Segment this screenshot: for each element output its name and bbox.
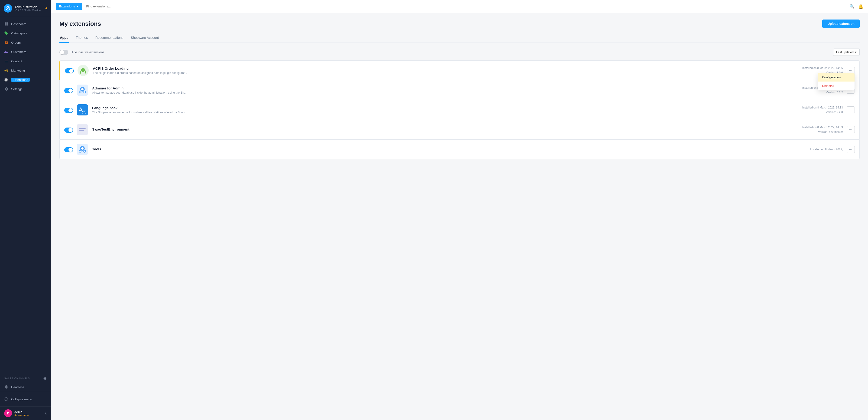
sidebar: Administration v6.4.8.1 Stable Version D… [0, 0, 51, 420]
toggle-btn-adminer-for-admin[interactable] [64, 88, 73, 93]
extension-card-adminer-for-admin: Adminer for Admin Allows to manage your … [59, 80, 860, 100]
ext-name-acris-order-loading: ACRIS Order Loading [93, 66, 802, 71]
ext-menu-btn-swag-test-environment[interactable]: ··· [847, 126, 855, 133]
ext-menu-btn-language-pack[interactable]: ··· [847, 106, 855, 113]
svg-point-21 [84, 150, 85, 152]
chevron-down-icon: ▼ [76, 5, 79, 8]
collapse-menu-item[interactable]: Collapse menu [0, 395, 51, 403]
ext-logo-adminer-for-admin [77, 85, 88, 96]
user-chevron-icon: ∧ [44, 412, 47, 415]
content-area: My extensions Upload extension Apps Them… [51, 13, 868, 420]
sort-label: Last updated [836, 50, 854, 54]
ext-meta-tools: Installed on 8 March 2022, [810, 147, 843, 152]
app-name: Administration [14, 5, 41, 9]
ext-name-language-pack: Language pack [92, 106, 802, 110]
megaphone-icon [4, 68, 8, 73]
page-header: My extensions Upload extension [59, 20, 860, 28]
svg-point-19 [81, 147, 84, 149]
main-content: Extensions ▼ 🔍 🔔 My extensions Upload ex… [51, 0, 868, 420]
sidebar-item-label: Orders [11, 41, 21, 45]
headless-label: Headless [11, 385, 24, 389]
ext-toggle-tools[interactable] [64, 147, 73, 152]
sidebar-item-catalogues[interactable]: Catalogues [0, 29, 51, 38]
svg-point-6 [81, 88, 84, 90]
ext-version-adminer-for-admin: Version: 0.3.2 [802, 90, 843, 95]
extensions-dropdown-btn[interactable]: Extensions ▼ [56, 3, 82, 10]
tag-icon [4, 31, 8, 35]
notification-bell-icon[interactable]: 🔔 [858, 4, 863, 9]
sort-dropdown[interactable]: Last updated ▾ [833, 49, 860, 56]
ext-toggle-acris-order-loading[interactable] [65, 67, 74, 74]
content-icon [4, 59, 8, 63]
ext-info-adminer-for-admin: Adminer for Admin Allows to manage your … [92, 86, 802, 94]
toggle-btn-language-pack[interactable] [64, 108, 73, 113]
ext-logo-tools [77, 144, 88, 155]
sidebar-item-label: Catalogues [11, 32, 27, 35]
ext-name-tools: Tools [92, 147, 810, 151]
grid-icon [4, 22, 8, 26]
context-menu-config[interactable]: Configuration [818, 73, 855, 82]
svg-rect-14 [79, 130, 84, 131]
user-section[interactable]: D demo Administrator ∧ [0, 406, 51, 420]
svg-point-7 [80, 91, 81, 93]
tab-recommendations[interactable]: Recommendations [95, 33, 124, 43]
app-logo [4, 4, 12, 12]
toggle-btn-tools[interactable] [64, 147, 73, 152]
sidebar-item-extensions[interactable]: Extensions [0, 75, 51, 84]
ext-version-language-pack: Version: 2.2.0 [802, 110, 843, 114]
add-sales-channel-icon[interactable]: ⊕ [43, 376, 47, 381]
app-version: v6.4.8.1 Stable Version [14, 9, 41, 11]
ext-info-language-pack: Language pack The Shopware language pack… [92, 106, 802, 114]
gear-icon [4, 87, 8, 91]
chevron-down-icon: ▾ [855, 50, 857, 54]
ext-toggle-language-pack[interactable] [64, 107, 73, 113]
collapse-icon [4, 397, 8, 401]
hide-inactive-label: Hide inactive extensions [70, 50, 104, 54]
avatar: D [4, 409, 12, 417]
sidebar-item-headless[interactable]: Headless [0, 382, 51, 392]
ext-logo-swag-test-environment [77, 124, 88, 135]
search-input[interactable] [84, 5, 847, 8]
ext-installed-acris-order-loading: Installed on 8 March 2022, 14:35 [802, 66, 843, 71]
sidebar-item-label: Customers [11, 50, 26, 54]
ext-meta-language-pack: Installed on 8 March 2022, 14:33 Version… [802, 105, 843, 115]
ext-toggle-adminer-for-admin[interactable] [64, 87, 73, 93]
sidebar-item-orders[interactable]: Orders [0, 38, 51, 47]
upload-extension-button[interactable]: Upload extension [822, 20, 860, 28]
sales-channels-section: Sales Channels ⊕ [0, 372, 51, 382]
sidebar-nav: Dashboard Catalogues Orders Customers Co… [0, 17, 51, 372]
sidebar-item-settings[interactable]: Settings [0, 84, 51, 94]
sidebar-item-label: Dashboard [11, 22, 27, 26]
headless-icon [4, 385, 8, 389]
ext-desc-language-pack: The Shopware language pack combines all … [92, 111, 204, 114]
sidebar-item-dashboard[interactable]: Dashboard [0, 19, 51, 29]
topbar: Extensions ▼ 🔍 🔔 [51, 0, 868, 13]
ext-meta-swag-test-environment: Installed on 8 March 2022, 14:33 Version… [802, 125, 843, 135]
extension-list: ACRIS Order Loading The plugin loads old… [59, 60, 860, 159]
ext-menu-btn-tools[interactable]: ··· [847, 146, 855, 153]
svg-point-20 [80, 150, 81, 152]
tab-themes[interactable]: Themes [75, 33, 88, 43]
toggle-btn-swag-test-environment[interactable] [64, 128, 73, 133]
toggle-btn-acris-order-loading[interactable] [65, 68, 74, 74]
context-menu-uninstall[interactable]: Uninstall [818, 82, 855, 90]
ext-info-tools: Tools [92, 147, 810, 152]
sidebar-item-marketing[interactable]: Marketing [0, 66, 51, 75]
tab-shopware-account[interactable]: Shopware Account [130, 33, 159, 43]
hide-inactive-toggle[interactable] [59, 50, 68, 55]
ext-installed-swag-test-environment: Installed on 8 March 2022, 14:33 [802, 125, 843, 130]
search-icon[interactable]: 🔍 [849, 4, 855, 9]
sidebar-footer: Collapse menu [0, 392, 51, 406]
ext-name-swag-test-environment: SwagTestEnvironment [92, 127, 802, 131]
svg-text:文: 文 [82, 109, 86, 114]
ext-toggle-swag-test-environment[interactable] [64, 127, 73, 133]
hide-inactive-toggle-wrap: Hide inactive extensions [59, 50, 104, 55]
sidebar-item-content[interactable]: Content [0, 56, 51, 66]
sidebar-item-customers[interactable]: Customers [0, 47, 51, 56]
svg-rect-12 [77, 124, 88, 135]
ext-logo-acris-order-loading [78, 65, 89, 76]
user-role: Administrator [14, 414, 29, 417]
page-title: My extensions [59, 20, 101, 27]
tab-apps[interactable]: Apps [59, 33, 69, 43]
ext-installed-tools: Installed on 8 March 2022, [810, 147, 843, 152]
